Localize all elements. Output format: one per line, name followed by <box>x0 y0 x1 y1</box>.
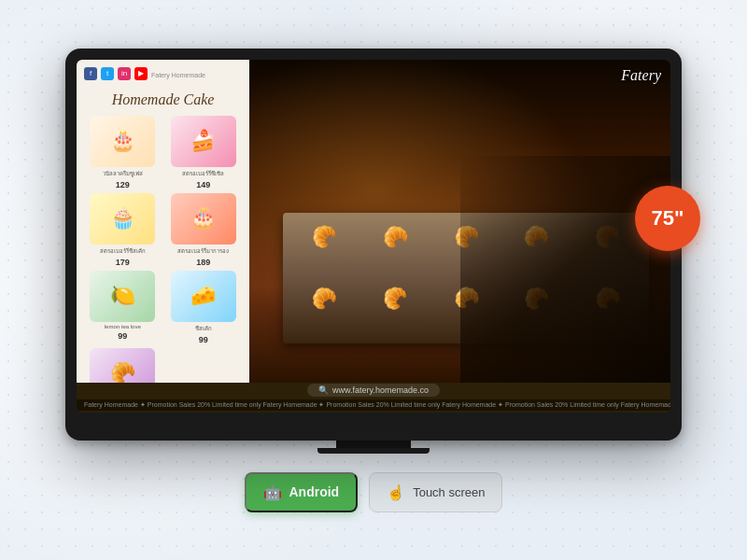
cake-emoji-7: 🥐 <box>90 348 155 383</box>
cake-emoji-5: 🍋 <box>90 271 155 322</box>
monitor-stand <box>336 441 411 448</box>
cake-emoji-2: 🍰 <box>171 116 236 167</box>
touch-label: Touch screen <box>413 485 485 499</box>
screen-content: f t in ▶ Fatery Homemade Homemade Cake 🎂 <box>77 60 670 383</box>
item-name-5: lemon tea love <box>105 324 141 329</box>
instagram-icon: in <box>118 67 131 80</box>
baker-shadow <box>460 156 671 382</box>
youtube-icon: ▶ <box>134 67 148 80</box>
hero-panel: 🥐 🥐 🥐 🥐 🥐 🥐 🥐 🥐 🥐 🥐 <box>249 60 670 383</box>
ticker-text: Fatery Homemade ✦ Promotion Sales 20% Li… <box>84 401 670 409</box>
cake-image-3: 🧁 <box>90 193 155 245</box>
item-price-1: 129 <box>116 180 130 189</box>
item-name-6: ชีสเค้ก <box>195 324 212 333</box>
item-name-1: วนิลลาครีมซูเฟล่ <box>103 169 143 178</box>
cake-image-2: 🍰 <box>171 116 236 167</box>
hero-logo: Fatery <box>621 67 661 84</box>
touch-screen-button[interactable]: ☝ Touch screen <box>369 472 502 512</box>
android-button[interactable]: 🤖 Android <box>245 472 359 512</box>
menu-item[interactable]: 🍋 lemon tea love 99 <box>84 271 162 344</box>
facebook-icon: f <box>84 67 97 80</box>
android-icon: 🤖 <box>263 483 282 501</box>
item-name-2: สตรอเบอร์รี่ซีเซิล <box>182 169 224 178</box>
cake-emoji-1: 🎂 <box>90 116 155 167</box>
croissant: 🥐 <box>379 283 411 315</box>
size-badge: 75" <box>635 186 700 251</box>
item-price-4: 189 <box>196 258 210 267</box>
monitor-screen: f t in ▶ Fatery Homemade Homemade Cake 🎂 <box>77 60 670 413</box>
menu-grid: 🎂 วนิลลาครีมซูเฟล่ 129 🍰 สตรอเบอร์รี่ซีเ… <box>84 116 242 383</box>
menu-item[interactable]: 🧀 ชีสเค้ก 99 <box>165 271 243 344</box>
size-value: 75" <box>652 206 684 231</box>
cake-image-4: 🎂 <box>171 193 236 245</box>
search-icon: 🔍 <box>318 385 329 395</box>
url-display: 🔍 www.fatery.homemade.co <box>307 384 440 397</box>
url-bar: 🔍 www.fatery.homemade.co <box>77 384 670 397</box>
menu-item[interactable]: 🍰 สตรอเบอร์รี่ซีเซิล 149 <box>165 116 243 189</box>
item-name-4: สตรอเบอร์รี่มาการอง <box>177 246 229 256</box>
cake-emoji-3: 🧁 <box>90 193 155 245</box>
croissant: 🥐 <box>311 286 338 312</box>
menu-panel: f t in ▶ Fatery Homemade Homemade Cake 🎂 <box>77 60 249 383</box>
cake-image-6: 🧀 <box>171 271 236 322</box>
cake-image-1: 🎂 <box>90 116 155 167</box>
item-price-2: 149 <box>196 180 210 189</box>
android-label: Android <box>289 484 340 499</box>
menu-item[interactable]: 🧁 สตรอเบอร์รี่ชีสเค้ก 179 <box>84 193 162 267</box>
feature-buttons: 🤖 Android ☝ Touch screen <box>245 472 503 512</box>
item-name-3: สตรอเบอร์รี่ชีสเค้ก <box>100 246 146 256</box>
monitor-frame: f t in ▶ Fatery Homemade Homemade Cake 🎂 <box>65 49 682 441</box>
cake-image-7: 🥐 <box>90 348 155 383</box>
croissant: 🥐 <box>309 222 340 252</box>
cake-emoji-4: 🎂 <box>171 193 236 245</box>
monitor-base <box>317 448 430 454</box>
cake-emoji-6: 🧀 <box>171 271 236 322</box>
menu-item[interactable]: 🎂 วนิลลาครีมซูเฟล่ 129 <box>84 116 162 189</box>
item-price-6: 99 <box>199 335 208 344</box>
croissant: 🥐 <box>381 222 410 250</box>
item-price-3: 179 <box>116 258 130 267</box>
social-icons: f t in ▶ <box>84 67 148 80</box>
screen-bottom-bar: 🔍 www.fatery.homemade.co Fatery Homemade… <box>77 383 670 413</box>
twitter-icon: t <box>101 67 114 80</box>
url-text-value: www.fatery.homemade.co <box>332 385 429 395</box>
monitor-wrapper: f t in ▶ Fatery Homemade Homemade Cake 🎂 <box>65 49 682 512</box>
touch-icon: ☝ <box>387 483 405 501</box>
cake-image-5: 🍋 <box>90 271 155 322</box>
menu-item[interactable]: 🥐 ครีมพัฟ 99 <box>84 348 162 383</box>
brand-name: Fatery Homemade <box>151 72 205 78</box>
item-price-5: 99 <box>118 331 127 341</box>
menu-title: Homemade Cake <box>84 91 242 108</box>
menu-item[interactable]: 🎂 สตรอเบอร์รี่มาการอง 189 <box>165 193 243 267</box>
ticker-bar: Fatery Homemade ✦ Promotion Sales 20% Li… <box>77 399 670 411</box>
